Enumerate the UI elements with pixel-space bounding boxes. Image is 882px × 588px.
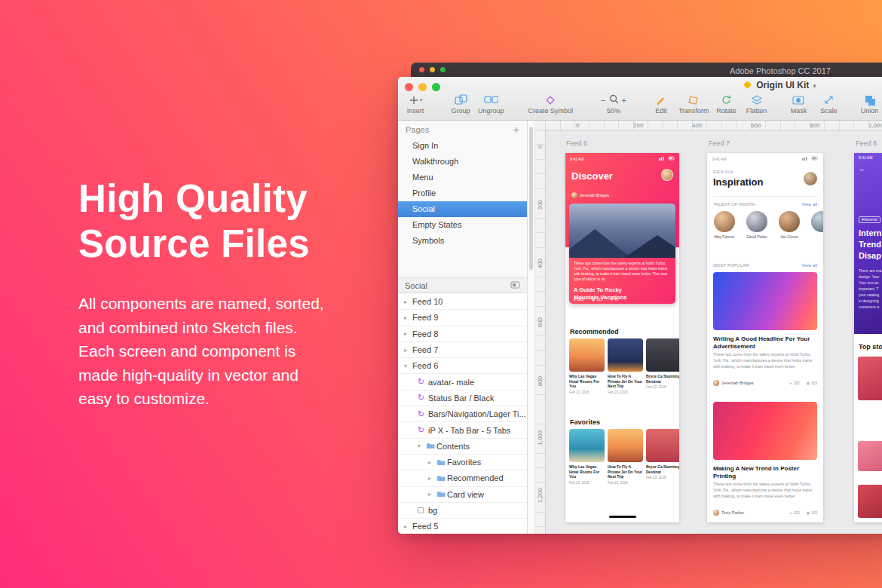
ruler-tick-label: 200 <box>633 122 643 129</box>
page-item-menu[interactable]: Menu <box>398 170 527 185</box>
artboard-label-feed7[interactable]: Feed 7 <box>709 139 730 147</box>
artboard-label-feed8[interactable]: Feed 8 <box>856 139 877 147</box>
page-item-empty-states[interactable]: Empty States <box>398 217 527 233</box>
layer-row-symbol[interactable]: ↻Bars/Navigation/Lager Ti... <box>398 406 527 422</box>
toolbar-zoom-control[interactable]: − + 50% <box>599 92 629 115</box>
chevron-down-icon[interactable]: ▾ <box>418 443 426 449</box>
layer-row-group-expanded[interactable]: ▾Contents <box>398 439 527 455</box>
hero-title-line2: Source Files <box>78 222 365 267</box>
toolbar-scale-button[interactable]: Scale <box>816 92 842 115</box>
chevron-right-icon[interactable]: ▸ <box>404 314 412 321</box>
article-title: Making A New Trend In Poster Printing <box>713 465 817 481</box>
folder-icon <box>436 491 447 498</box>
feed8-hero-photo: 9:41 AM ← #Advertisi Intern Trend Disap … <box>854 153 882 334</box>
document-title[interactable]: Origin UI Kit▾ <box>398 80 882 90</box>
toolbar-ungroup-button[interactable]: Ungroup <box>478 92 504 115</box>
chevron-right-icon[interactable]: ▸ <box>428 475 436 482</box>
zoom-in-button[interactable]: + <box>620 96 629 105</box>
page-item-sign-in[interactable]: Sign In <box>398 138 527 154</box>
hero-card-title: A Guide To Rocky Mountain Vacations <box>574 286 626 301</box>
page-item-walkthrough[interactable]: Walkthrough <box>398 154 527 170</box>
avatar <box>746 211 767 232</box>
author-name: Terry Parker <box>721 510 744 515</box>
toolbar-create-symbol-button[interactable]: Create Symbol <box>528 92 574 115</box>
layer-row-symbol[interactable]: ↻Status Bar / Black <box>398 390 527 406</box>
sidebar: Pages + Sign In Walkthrough Menu Profile… <box>398 121 528 534</box>
layer-row-group[interactable]: ▸Recommended <box>398 470 527 486</box>
chevron-right-icon[interactable]: ▸ <box>404 523 412 530</box>
avatar <box>714 211 735 232</box>
ruler-tick-label: 600 <box>751 122 761 129</box>
toolbar-transform-button[interactable]: Transform <box>678 92 709 115</box>
zoom-out-button[interactable]: − <box>599 96 608 105</box>
sketch-titlebar[interactable]: Origin UI Kit▾ ▾ Insert Group <box>398 77 882 121</box>
canvas[interactable]: Feed 6 9:41 AM Discover Jeremiah Bridges <box>546 130 882 534</box>
folder-icon <box>436 475 447 482</box>
folder-icon <box>436 459 447 466</box>
card-title: How To Fly A Private Jet On Your Next Tr… <box>608 464 643 479</box>
artboard-feed7[interactable]: 9:41 AM DESIGN Inspiration TALENT OF MON… <box>707 153 823 522</box>
comments-icon: ▦ <box>807 381 810 385</box>
toolbar-group-button[interactable]: Group <box>448 92 473 115</box>
list-item: Why Las Vegas Hotel Rooms For YouFeb 23,… <box>569 338 605 394</box>
ruler-tick-label: 400 <box>692 122 702 129</box>
chevron-right-icon[interactable]: ▸ <box>404 330 412 337</box>
symbol-icon: ↻ <box>418 394 428 402</box>
toolbar-union-button[interactable]: Union <box>857 92 882 115</box>
ruler-tick-label: 800 <box>537 376 544 386</box>
layers-panel-header: Social <box>398 277 527 293</box>
toolbar-insert-button[interactable]: ▾ Insert <box>403 92 428 115</box>
story-photo <box>858 357 882 400</box>
chevron-right-icon[interactable]: ▸ <box>428 491 436 498</box>
document-title-text: Origin UI Kit <box>756 80 809 90</box>
divider <box>713 196 817 197</box>
layer-row-expanded[interactable]: ▾Feed 6 <box>398 358 527 374</box>
symbol-icon: ↻ <box>418 378 428 386</box>
layer-row[interactable]: ▸Feed 8 <box>398 326 527 342</box>
ruler-tick-label: 0 <box>576 122 579 129</box>
toolbar-edit-button[interactable]: Edit <box>648 92 674 115</box>
chevron-right-icon[interactable]: ▸ <box>404 347 412 354</box>
chevron-right-icon[interactable]: ▸ <box>428 459 436 466</box>
layer-row-symbol[interactable]: ↻avatar- male <box>398 374 527 390</box>
section-heading-row: TALENT OF MONTH View all <box>713 202 817 207</box>
sketch-document-icon <box>743 81 752 89</box>
layer-row-group[interactable]: ▸Favorites <box>398 455 527 470</box>
toolbar-rotate-button[interactable]: Rotate <box>714 92 740 115</box>
plus-icon: ▾ <box>409 93 423 106</box>
stat-value: 325 <box>793 381 799 385</box>
ungroup-icon <box>484 93 498 106</box>
artboard-feed6[interactable]: 9:41 AM Discover Jeremiah Bridges A Guid… <box>565 153 679 522</box>
artboard-feed8[interactable]: 9:41 AM ← #Advertisi Intern Trend Disap … <box>854 153 882 522</box>
edit-pencil-icon <box>655 93 666 106</box>
chevron-right-icon[interactable]: ▸ <box>404 299 412 305</box>
layer-row-shape[interactable]: bg <box>398 503 527 519</box>
feed7-status-bar: 9:41 AM <box>712 156 819 161</box>
list-item: How To Fly A Private Jet On Your Next Tr… <box>608 429 643 485</box>
layer-row[interactable]: ▸Feed 5 <box>398 519 527 534</box>
person-name: Jon Glover <box>780 234 798 239</box>
views-icon: ● <box>790 511 792 515</box>
add-page-button[interactable]: + <box>513 124 519 135</box>
layer-row[interactable]: ▸Feed 7 <box>398 342 527 358</box>
layer-row[interactable]: ▸Feed 10 <box>398 294 527 310</box>
article-stats: ●325 ▦115 <box>790 510 817 515</box>
chevron-down-icon[interactable]: ▾ <box>404 363 412 369</box>
page-item-social-selected[interactable]: Social <box>398 201 527 217</box>
chevron-down-icon[interactable]: ▾ <box>813 82 816 90</box>
hero-title-line1: High Quality <box>78 176 365 222</box>
back-arrow-icon: ← <box>859 165 865 173</box>
page-item-profile[interactable]: Profile <box>398 185 527 201</box>
view-all-link: View all <box>801 202 817 207</box>
layer-row-symbol[interactable]: ↻iP X - Tab Bar - 5 Tabs <box>398 422 527 438</box>
card-title: Why Las Vegas Hotel Rooms For You <box>569 374 605 389</box>
layer-row-group[interactable]: ▸Card view <box>398 487 527 503</box>
toolbar-flatten-button[interactable]: Flatten <box>744 92 770 115</box>
scrollbar-thumb[interactable] <box>529 127 533 270</box>
talent-row: May Farmer David Potter Jon Glover <box>713 211 823 239</box>
panel-toggle-icon[interactable] <box>510 281 520 290</box>
toolbar-mask-button[interactable]: Mask <box>786 92 812 115</box>
layer-row[interactable]: ▸Feed 9 <box>398 310 527 326</box>
artboard-label-feed6[interactable]: Feed 6 <box>566 139 587 147</box>
page-item-symbols[interactable]: Symbols <box>398 233 527 249</box>
